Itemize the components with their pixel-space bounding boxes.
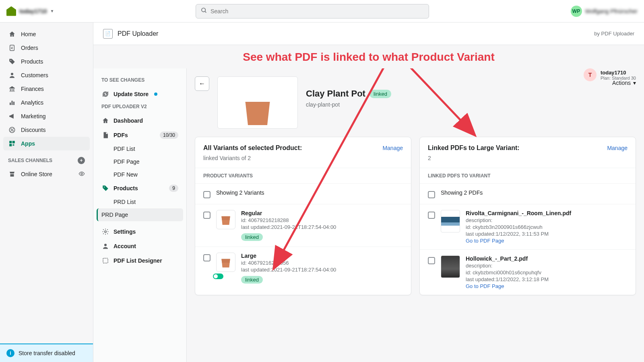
pdf-checkbox[interactable] bbox=[428, 257, 435, 264]
panel-section-label: LINKED PDFS TO VARIANT bbox=[420, 168, 636, 183]
subnav-label: PRD List bbox=[114, 199, 136, 205]
view-store-icon[interactable] bbox=[78, 171, 85, 178]
nav-label: Finances bbox=[21, 86, 44, 92]
variant-id: id: 40679216218288 bbox=[241, 217, 403, 223]
linked-badge: linked bbox=[369, 90, 391, 98]
nav-label: Products bbox=[21, 58, 43, 65]
subnav-pdf-list[interactable]: PDF List bbox=[97, 142, 183, 155]
pdf-id: id: ckybzb3n2000901s666zjcwuh bbox=[466, 224, 627, 230]
svg-point-21 bbox=[105, 231, 107, 233]
subnav-dashboard[interactable]: Dashboard bbox=[97, 113, 183, 128]
refresh-icon bbox=[101, 90, 109, 98]
subnav-products[interactable]: Products9 bbox=[97, 181, 183, 195]
subnav-label: PDF List bbox=[114, 146, 135, 152]
user-name: Wolfgang Pfnürscher bbox=[585, 8, 638, 14]
store-badge-name: today1710 bbox=[601, 70, 636, 76]
manage-link[interactable]: Manage bbox=[607, 145, 627, 151]
shopify-logo-icon bbox=[6, 6, 16, 16]
subnav-update-store[interactable]: Update Store bbox=[97, 87, 183, 101]
nav-marketing[interactable]: Marketing bbox=[3, 109, 90, 123]
product-slug: clay-plant-pot bbox=[306, 101, 391, 108]
nav-finances[interactable]: Finances bbox=[3, 82, 90, 96]
pdfs-panel: Linked PDFs to Large Variant: Manage 2 L… bbox=[419, 137, 636, 295]
variant-toggle[interactable] bbox=[213, 274, 223, 279]
nav-orders[interactable]: Orders bbox=[3, 41, 90, 55]
subnav-pdf-page[interactable]: PDF Page bbox=[97, 155, 183, 168]
primary-nav: Home Orders Products Customers Finances … bbox=[0, 23, 93, 362]
store-avatar: T bbox=[584, 68, 597, 81]
transfer-banner[interactable]: i Store transfer disabled bbox=[0, 343, 93, 362]
add-channel-icon[interactable]: + bbox=[78, 157, 85, 164]
pdf-page-link[interactable]: Go to PDF Page bbox=[466, 283, 627, 289]
subnav-prd-page[interactable]: PRD Page bbox=[97, 208, 183, 221]
panel-title: Linked PDFs to Large Variant: bbox=[428, 144, 520, 152]
pdf-name: Hollowick_-_Part_2.pdf bbox=[466, 255, 627, 262]
search-box[interactable] bbox=[196, 4, 429, 19]
nav-customers[interactable]: Customers bbox=[3, 68, 90, 82]
subnav-label: PDF New bbox=[114, 171, 138, 178]
nav-products[interactable]: Products bbox=[3, 55, 90, 68]
subnav-pdfs[interactable]: PDFs10/30 bbox=[97, 128, 183, 142]
designer-icon bbox=[101, 257, 109, 265]
store-badge[interactable]: T today1710 Plan: Standard 30 bbox=[584, 68, 636, 81]
pdf-updated: last updated:1/12/2022, 3:11:53 PM bbox=[466, 231, 627, 237]
subnav-prd-list[interactable]: PRD List bbox=[97, 195, 183, 208]
select-all-checkbox[interactable] bbox=[203, 191, 211, 198]
product-header: ← Clay Plant Pot linked clay-plant-pot A… bbox=[195, 76, 636, 129]
search-input[interactable] bbox=[211, 8, 424, 14]
subnav-label: Settings bbox=[114, 228, 136, 235]
select-all-checkbox[interactable] bbox=[428, 191, 435, 198]
app-area: 📄 PDF Uploader by PDF Uploader See what … bbox=[93, 23, 644, 362]
svg-rect-6 bbox=[12, 101, 13, 105]
nav-home[interactable]: Home bbox=[3, 27, 90, 41]
manage-link[interactable]: Manage bbox=[382, 145, 403, 151]
nav-label: Customers bbox=[21, 72, 48, 78]
linked-chip: linked bbox=[241, 276, 263, 284]
pdf-page-link[interactable]: Go to PDF Page bbox=[466, 238, 627, 244]
svg-rect-14 bbox=[9, 144, 12, 146]
subnav-pdf-new[interactable]: PDF New bbox=[97, 168, 183, 181]
subnav-badge: 9 bbox=[169, 185, 178, 192]
user-menu[interactable]: WP Wolfgang Pfnürscher bbox=[571, 6, 638, 17]
back-button[interactable]: ← bbox=[195, 76, 209, 91]
bank-icon bbox=[8, 85, 16, 93]
svg-point-20 bbox=[104, 187, 105, 187]
svg-rect-12 bbox=[9, 141, 12, 143]
nav-label: Home bbox=[21, 31, 36, 37]
variant-thumb bbox=[216, 210, 235, 229]
svg-rect-7 bbox=[13, 102, 14, 105]
nav-label: Discounts bbox=[21, 127, 45, 133]
app-subnav: TO SEE CHANGES Update Store PDF UPLOADER… bbox=[93, 68, 187, 362]
variant-checkbox[interactable] bbox=[203, 212, 211, 219]
pdf-desc: description: bbox=[466, 217, 627, 223]
subnav-account[interactable]: Account bbox=[97, 239, 183, 253]
nav-online-store[interactable]: Online Store bbox=[3, 167, 90, 181]
nav-discounts[interactable]: Discounts bbox=[3, 123, 90, 137]
svg-point-4 bbox=[11, 73, 13, 75]
orders-icon bbox=[8, 44, 16, 52]
pdf-id: id: ckybzbmci000h01s6cnpuhqfv bbox=[466, 269, 627, 276]
app-by: by PDF Uploader bbox=[594, 31, 634, 37]
tag-icon bbox=[101, 184, 109, 192]
nav-apps[interactable]: Apps bbox=[3, 137, 90, 150]
subnav-label: PDF List Designer bbox=[114, 257, 162, 264]
variant-id: id: 40679216251056 bbox=[241, 260, 403, 266]
nav-analytics[interactable]: Analytics bbox=[3, 96, 90, 109]
variant-checkbox[interactable] bbox=[203, 254, 211, 261]
subnav-designer[interactable]: PDF List Designer bbox=[97, 253, 183, 268]
home-icon bbox=[101, 117, 109, 125]
file-icon bbox=[101, 131, 109, 139]
pdf-updated: last updated:1/12/2022, 3:12:18 PM bbox=[466, 276, 627, 282]
subnav-label: PDFs bbox=[114, 132, 128, 138]
pdf-checkbox[interactable] bbox=[428, 212, 435, 219]
variant-row: Large id: 40679216251056 last updated:20… bbox=[195, 247, 411, 289]
panel-title: All Variants of selected Product: bbox=[203, 144, 302, 152]
variant-name: Regular bbox=[241, 210, 403, 216]
search-wrap bbox=[60, 4, 564, 19]
panel-sub: linked Variants of 2 bbox=[195, 155, 411, 168]
home-icon bbox=[8, 30, 16, 38]
linked-chip: linked bbox=[241, 233, 263, 241]
variant-row: Regular id: 40679216218288 last updated:… bbox=[195, 204, 411, 247]
store-switcher[interactable]: today1710 ▼ bbox=[6, 6, 54, 16]
subnav-settings[interactable]: Settings bbox=[97, 224, 183, 239]
